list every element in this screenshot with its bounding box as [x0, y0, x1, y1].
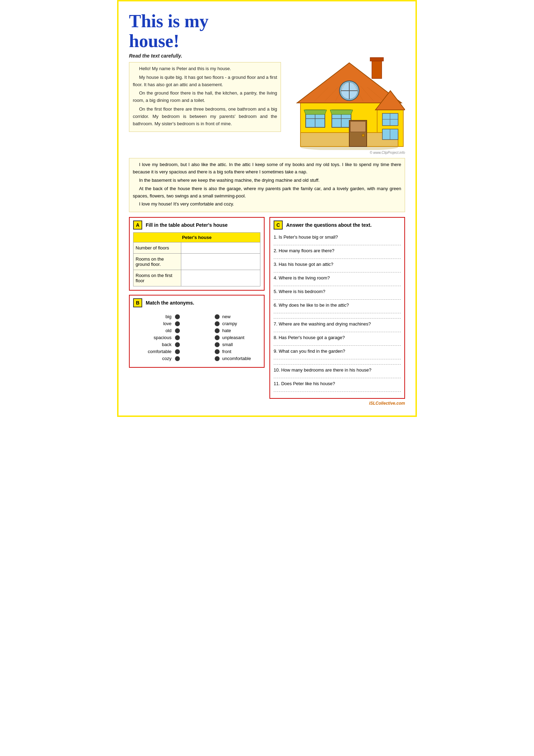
antonym-row-2: love crampy	[137, 321, 257, 326]
para-1: Hello! My name is Peter and this is my h…	[133, 65, 277, 73]
exercise-a-header: A Fill in the table about Peter's house	[130, 218, 264, 232]
antonym-left-old: old	[137, 328, 175, 333]
question-7: 7. Where are the washing and drying mach…	[274, 321, 401, 332]
dot-right-1	[215, 314, 220, 319]
antonym-row-4: spacious unpleasant	[137, 335, 257, 340]
para-3: On the ground floor there is the hall, t…	[133, 90, 277, 104]
question-1: 1. Is Peter's house big or small?	[274, 234, 401, 245]
svg-rect-6	[372, 59, 382, 78]
exercise-a-box: A Fill in the table about Peter's house …	[129, 217, 265, 291]
q7-answer-line	[274, 327, 401, 332]
title-line2: house!	[129, 31, 179, 51]
top-section: Read the text carefully. Hello! My name …	[129, 52, 405, 155]
antonyms-content: big new love crampy	[130, 310, 264, 367]
question-9: 9. What can you find in the garden?	[274, 349, 401, 365]
table-row: Rooms on the first floor	[134, 270, 260, 286]
q7-text: 7. Where are the washing and drying mach…	[274, 321, 401, 327]
title-line1: This is my	[129, 11, 208, 31]
para-7: At the back of the house there is also t…	[133, 185, 401, 200]
q6-text: 6. Why does he like to be in the attic?	[274, 302, 401, 308]
row-1-label: Number of floors	[134, 242, 181, 254]
para-8: I love my house! It's very comfortable a…	[133, 201, 401, 208]
q6-answer-line-2	[274, 314, 401, 319]
antonym-left-spacious: spacious	[137, 335, 175, 340]
table-row: Rooms on the ground floor.	[134, 254, 260, 270]
text-column: Read the text carefully. Hello! My name …	[129, 52, 281, 155]
dot-left-4	[175, 335, 180, 340]
antonym-right-new: new	[222, 314, 257, 319]
para-5: I love my bedroom, but I also like the a…	[133, 161, 401, 176]
svg-rect-7	[370, 58, 383, 61]
antonym-left-big: big	[137, 314, 175, 319]
dot-right-6	[215, 349, 220, 354]
antonym-right-front: front	[222, 349, 257, 354]
question-8: 8. Has Peter's house got a garage?	[274, 335, 401, 346]
table-header: Peter's house	[134, 233, 260, 242]
exercise-c-header: C Answer the questions about the text.	[270, 218, 404, 232]
question-4: 4. Where is the living room?	[274, 275, 401, 286]
exercises-row: A Fill in the table about Peter's house …	[129, 217, 405, 399]
q2-text: 2. How many floors are there?	[274, 248, 401, 253]
antonym-row-6: comfortable front	[137, 349, 257, 354]
antonym-row-5: back small	[137, 342, 257, 347]
table-row: Number of floors	[134, 242, 260, 254]
antonym-left-comfortable: comfortable	[137, 349, 175, 354]
dot-left-2	[175, 321, 180, 326]
q11-answer-line	[274, 387, 401, 392]
dot-right-2	[215, 321, 220, 326]
q10-answer-line	[274, 373, 401, 378]
q9-answer-line-1	[274, 354, 401, 359]
question-2: 2. How many floors are there?	[274, 248, 401, 259]
q3-text: 3. Has his house got an attic?	[274, 262, 401, 267]
q1-answer-line	[274, 240, 401, 245]
exercise-right-column: C Answer the questions about the text. 1…	[269, 217, 405, 399]
question-5: 5. Where is his bedroom?	[274, 289, 401, 300]
q6-answer-line-1	[274, 308, 401, 313]
dot-right-3	[215, 328, 220, 333]
question-3: 3. Has his house got an attic?	[274, 262, 401, 272]
q8-text: 8. Has Peter's house got a garage?	[274, 335, 401, 340]
q9-answer-line-2	[274, 360, 401, 365]
exercise-c-title: Answer the questions about the text.	[286, 222, 372, 228]
dot-left-5	[175, 342, 180, 347]
dot-left-3	[175, 328, 180, 333]
antonym-left-cozy: cozy	[137, 356, 175, 361]
dot-left-1	[175, 314, 180, 319]
main-title: This is my house!	[129, 11, 405, 51]
q11-text: 11. Does Peter like his house?	[274, 381, 401, 386]
q4-text: 4. Where is the living room?	[274, 275, 401, 280]
footer: iSLCollective.com	[129, 401, 405, 406]
subtitle: Read the text carefully.	[129, 52, 281, 60]
row-1-value[interactable]	[181, 242, 260, 254]
question-10: 10. How many bedrooms are there in his h…	[274, 367, 401, 378]
antonym-row-7: cozy uncomfortable	[137, 356, 257, 361]
questions-content: 1. Is Peter's house big or small? 2. How…	[270, 232, 404, 398]
antonym-left-back: back	[137, 342, 175, 347]
dot-left-7	[175, 356, 180, 361]
q5-text: 5. Where is his bedroom?	[274, 289, 401, 294]
exercise-c-label: C	[274, 220, 283, 230]
q4-answer-line	[274, 281, 401, 286]
dot-right-4	[215, 335, 220, 340]
antonym-right-small: small	[222, 342, 257, 347]
svg-rect-22	[350, 121, 366, 132]
para-2: My house is quite big. It has got two fl…	[133, 74, 277, 89]
exercise-left-column: A Fill in the table about Peter's house …	[129, 217, 265, 399]
copyright-text: © www.ClipProject.info	[370, 151, 405, 155]
q3-answer-line	[274, 268, 401, 272]
exercise-b-label: B	[133, 298, 142, 307]
q10-text: 10. How many bedrooms are there in his h…	[274, 367, 401, 373]
image-column: © www.ClipProject.info	[287, 52, 405, 155]
reading-full: I love my bedroom, but I also like the a…	[129, 158, 405, 212]
exercise-a-title: Fill in the table about Peter's house	[146, 222, 228, 228]
antonym-right-unpleasant: unpleasant	[222, 335, 257, 340]
q5-answer-line	[274, 295, 401, 300]
exercise-c-box: C Answer the questions about the text. 1…	[269, 217, 405, 399]
q1-text: 1. Is Peter's house big or small?	[274, 234, 401, 240]
row-2-value[interactable]	[181, 254, 260, 270]
dot-right-7	[215, 356, 220, 361]
antonym-row-3: old hate	[137, 328, 257, 333]
antonym-right-hate: hate	[222, 328, 257, 333]
page: This is my house! Read the text carefull…	[122, 5, 412, 412]
row-3-value[interactable]	[181, 270, 260, 286]
